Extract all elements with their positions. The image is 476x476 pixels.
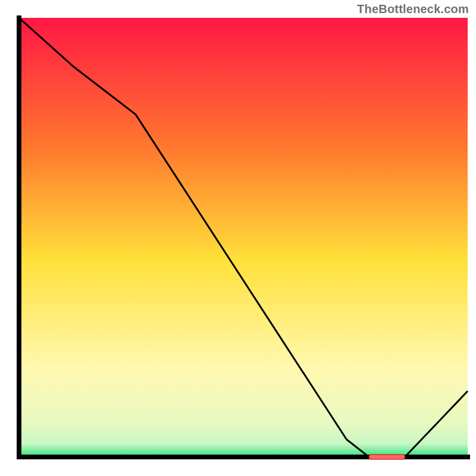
chart-container: TheBottleneck.com — [0, 0, 476, 476]
optimal-marker — [369, 455, 405, 459]
plot-background — [19, 18, 468, 457]
bottleneck-chart — [0, 0, 476, 476]
